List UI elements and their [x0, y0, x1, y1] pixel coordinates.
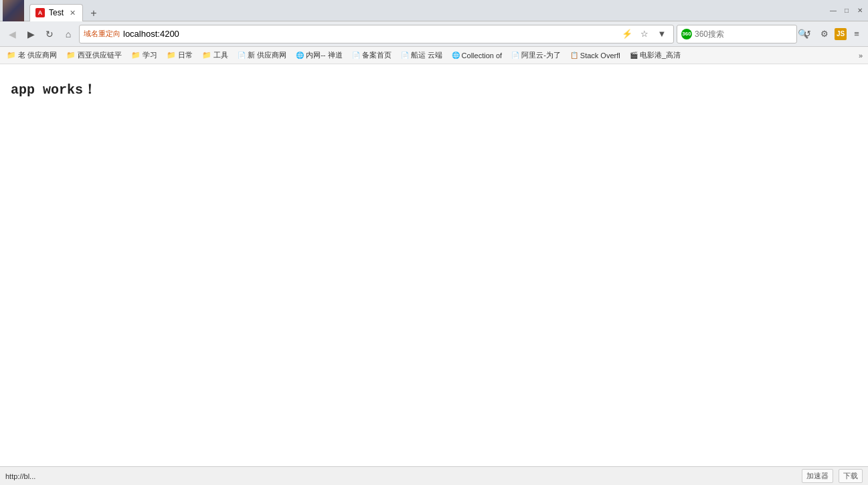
bookmark-label: 学习 — [143, 50, 157, 60]
title-bar-left: A Test ✕ + — [3, 0, 828, 21]
avatar — [3, 0, 24, 21]
bookmark-label: Collection of — [462, 52, 503, 60]
avatar-image — [3, 0, 24, 21]
bookmark-collection[interactable]: 🌐 Collection of — [448, 50, 507, 61]
home-button[interactable]: ⌂ — [60, 26, 76, 42]
bookmark-intranet[interactable]: 🌐 内网-- 禅道 — [292, 49, 346, 62]
status-bar: http://bl... 加速器 下载 — [0, 466, 868, 485]
tab-bar: A Test ✕ + — [29, 0, 102, 21]
accelerator-button[interactable]: 加速器 — [802, 469, 833, 483]
bookmark-label: 船运 云端 — [411, 50, 442, 60]
status-url: http://bl... — [5, 472, 35, 480]
bookmark-label: Stack Overfl — [580, 52, 620, 60]
tab-title: Test — [49, 8, 64, 17]
tab-close-button[interactable]: ✕ — [68, 8, 77, 17]
settings-icon[interactable]: ⚙ — [817, 27, 832, 41]
bookmarks-more-button[interactable]: » — [856, 50, 865, 61]
refresh-button[interactable]: ↻ — [41, 26, 58, 42]
folder-icon: 📁 — [202, 51, 211, 60]
bookmark-label: 工具 — [213, 50, 228, 60]
minimize-button[interactable]: — — [828, 5, 839, 16]
bookmark-label: 日常 — [178, 50, 193, 60]
page-icon: 📄 — [401, 52, 409, 59]
bookmark-study[interactable]: 📁 学习 — [127, 49, 161, 62]
search-input[interactable] — [695, 29, 795, 39]
collection-icon: 🌐 — [452, 52, 460, 59]
page-icon: 📄 — [352, 52, 360, 59]
title-bar: A Test ✕ + — □ ✕ — [0, 0, 868, 21]
bookmark-beian[interactable]: 📄 备案首页 — [348, 49, 396, 62]
folder-icon: 📁 — [7, 51, 16, 60]
folder-icon: 📁 — [167, 51, 176, 60]
folder-icon: 📁 — [131, 51, 141, 60]
bookmark-xiya[interactable]: 📁 西亚供应链平 — [62, 49, 126, 62]
address-bar-menu-icon[interactable]: ▼ — [655, 27, 669, 41]
bookmark-daily[interactable]: 📁 日常 — [163, 49, 197, 62]
more-tools-icon[interactable]: ≡ — [849, 27, 864, 41]
bookmark-new-supplier[interactable]: 📄 新 供应商网 — [234, 49, 290, 62]
bookmark-label: 内网-- 禅道 — [306, 50, 342, 60]
refresh-nav-icon[interactable]: ↺ — [800, 27, 814, 41]
bookmark-shipping[interactable]: 📄 船运 云端 — [397, 49, 446, 62]
redirect-label: 域名重定向 — [84, 29, 120, 39]
bookmark-aliyun[interactable]: 📄 阿里云-为了 — [507, 49, 565, 62]
address-bar: 域名重定向 ⚡ ☆ ▼ — [79, 25, 674, 43]
download-label: 下载 — [843, 471, 858, 481]
bookmark-label: 阿里云-为了 — [521, 50, 561, 60]
folder-icon: 📁 — [66, 51, 76, 60]
active-tab[interactable]: A Test ✕ — [29, 4, 83, 21]
nav-bar: ◀ ▶ ↻ ⌂ 域名重定向 ⚡ ☆ ▼ 360 🔍 ↺ ⚙ JS ≡ — [0, 21, 868, 47]
bookmark-lao-supplier[interactable]: 📁 老 供应商网 — [3, 49, 61, 62]
new-tab-button[interactable]: + — [86, 5, 102, 21]
download-button[interactable]: 下载 — [839, 469, 863, 483]
js-badge[interactable]: JS — [835, 28, 847, 40]
status-bar-right: 加速器 下载 — [802, 469, 863, 483]
bookmark-movie[interactable]: 🎬 电影港_高清 — [626, 49, 685, 62]
maximize-button[interactable]: □ — [841, 5, 852, 16]
search-bar: 360 🔍 — [677, 25, 797, 43]
bookmark-tools[interactable]: 📁 工具 — [198, 49, 232, 62]
stackoverflow-icon: 📋 — [570, 52, 578, 59]
bookmark-label: 老 供应商网 — [18, 50, 57, 60]
bookmark-label: 备案首页 — [362, 50, 392, 60]
page-content: app works！ — [0, 64, 868, 466]
360-search-icon: 360 — [681, 29, 692, 39]
angular-icon: A — [35, 8, 45, 17]
video-icon: 🎬 — [630, 52, 638, 59]
title-bar-controls: — □ ✕ — [828, 5, 865, 16]
bookmark-label: 新 供应商网 — [248, 50, 286, 60]
close-button[interactable]: ✕ — [855, 5, 865, 16]
page-icon: 📄 — [238, 52, 246, 59]
bookmark-stackoverflow[interactable]: 📋 Stack Overfl — [566, 50, 624, 61]
bookmark-label: 西亚供应链平 — [78, 50, 122, 60]
globe-icon: 🌐 — [296, 52, 304, 59]
browser-window: A Test ✕ + — □ ✕ ◀ ▶ ↻ ⌂ 域名重定向 ⚡ ☆ ▼ 360 — [0, 0, 868, 485]
star-icon[interactable]: ☆ — [637, 27, 652, 41]
forward-button[interactable]: ▶ — [23, 26, 39, 42]
address-input[interactable] — [123, 29, 617, 39]
back-button[interactable]: ◀ — [4, 26, 20, 42]
lightning-icon[interactable]: ⚡ — [620, 27, 634, 41]
bookmarks-bar: 📁 老 供应商网 📁 西亚供应链平 📁 学习 📁 日常 📁 工具 📄 新 供应商… — [0, 47, 868, 64]
page-main-text: app works！ — [11, 80, 857, 98]
page-icon: 📄 — [511, 52, 519, 59]
accelerator-label: 加速器 — [806, 471, 829, 481]
bookmark-label: 电影港_高清 — [640, 50, 681, 60]
